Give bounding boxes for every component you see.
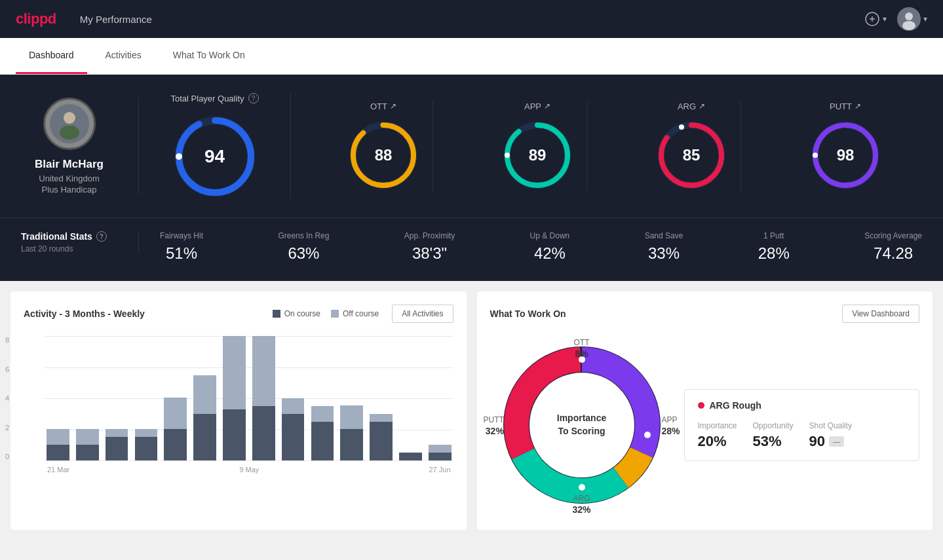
trend-icon-arg: ↗ [699, 102, 705, 111]
trad-help-icon[interactable]: ? [96, 231, 107, 242]
logo[interactable]: clippd [16, 10, 56, 28]
legend-off-course: Off course [331, 309, 379, 318]
off-course-dot [331, 310, 339, 318]
tab-dashboard[interactable]: Dashboard [16, 38, 87, 74]
stats-row: Traditional Stats ? Last 20 rounds Fairw… [0, 217, 943, 281]
bar-off-course [223, 336, 246, 409]
category-scores: OTT ↗ 88 APP ↗ [291, 102, 922, 191]
seg-label-app: APP 28% [661, 413, 680, 437]
tabs-bar: Dashboard Activities What To Work On [0, 38, 943, 75]
bar-off-course [193, 375, 216, 414]
stat-fairways-hit: Fairways Hit 51% [160, 231, 203, 263]
hero-section: Blair McHarg United Kingdom Plus Handica… [0, 75, 943, 217]
activity-chart-card: Activity - 3 Months - Weekly On course O… [10, 291, 467, 530]
chart-wrapper: 8 6 4 2 0 21 Mar 9 May 27 Jun [24, 336, 453, 474]
chart-bars [45, 336, 453, 460]
cat-score-arg: ARG ↗ 85 [642, 102, 741, 191]
what-to-work-on-card: What To Work On View Dashboard [477, 291, 933, 530]
stat-one-putt: 1 Putt 28% [758, 231, 790, 263]
bar-off-course [76, 429, 99, 445]
view-dashboard-button[interactable]: View Dashboard [842, 305, 919, 323]
header-title: My Performance [80, 14, 152, 25]
header-left: clippd My Performance [16, 10, 152, 28]
cat-label-app: APP ↗ [524, 102, 550, 111]
svg-point-4 [905, 12, 913, 20]
y-label-8: 8 [5, 336, 9, 344]
bar-off-course [429, 445, 452, 453]
tab-activities[interactable]: Activities [92, 38, 155, 74]
donut-chart: ImportanceTo Scoring OTT 8% APP 28% ARG … [490, 333, 674, 517]
header-right: ▾ ▾ [864, 7, 927, 31]
activity-header: Activity - 3 Months - Weekly On course O… [24, 305, 453, 323]
bar-off-course [311, 406, 334, 422]
bar-group [162, 336, 189, 460]
bar-group [132, 336, 159, 460]
y-label-6: 6 [5, 365, 9, 373]
bar-group [250, 336, 277, 460]
help-icon[interactable]: ? [248, 93, 259, 103]
bar-on-course [311, 422, 334, 460]
shot-quality-badge: — [829, 436, 844, 447]
svg-point-30 [644, 432, 651, 438]
cat-score-app: APP ↗ 89 [488, 102, 587, 191]
stat-app-proximity: App. Proximity 38'3" [404, 231, 455, 263]
add-button[interactable]: ▾ [864, 11, 887, 27]
cat-score-ott: OTT ↗ 88 [334, 102, 433, 191]
y-label-4: 4 [5, 394, 9, 402]
chevron-down-icon: ▾ [883, 14, 887, 24]
bar-on-course [47, 445, 69, 460]
wtwo-content: ImportanceTo Scoring OTT 8% APP 28% ARG … [490, 333, 920, 517]
bar-on-course [223, 409, 246, 460]
on-course-dot [273, 310, 280, 318]
bar-on-course [399, 453, 422, 460]
cat-label-arg: ARG ↗ [678, 102, 705, 111]
avatar [43, 98, 96, 150]
tab-what-to-work-on[interactable]: What To Work On [160, 38, 258, 74]
chart-legend: On course Off course [273, 309, 379, 318]
bar-off-course [164, 398, 187, 429]
total-quality: Total Player Quality ? 94 [160, 93, 291, 199]
main-content: Activity - 3 Months - Weekly On course O… [0, 281, 943, 540]
bar-group [309, 336, 336, 460]
user-avatar-button[interactable]: ▾ [897, 7, 927, 31]
bar-on-course [429, 453, 452, 460]
bar-off-course [106, 429, 128, 437]
arg-ring: 85 [655, 119, 727, 191]
svg-point-7 [64, 112, 75, 124]
total-quality-value: 94 [204, 146, 225, 167]
ott-value: 88 [375, 146, 393, 164]
trend-icon-putt: ↗ [855, 102, 861, 111]
player-name: Blair McHarg [35, 158, 104, 171]
svg-point-5 [902, 21, 915, 30]
bar-off-course [282, 398, 305, 414]
avatar [897, 7, 921, 31]
donut-center-label: ImportanceTo Scoring [557, 412, 606, 438]
svg-point-31 [579, 484, 585, 491]
stat-scoring-avg: Scoring Average 74.28 [864, 231, 922, 263]
bar-on-course [76, 445, 99, 460]
bar-on-course [106, 437, 128, 460]
cat-label-putt: PUTT ↗ [830, 102, 861, 111]
ott-ring: 88 [347, 119, 419, 191]
bar-on-course [340, 429, 363, 460]
legend-on-course: On course [273, 309, 320, 318]
chart-x-labels: 21 Mar 9 May 27 Jun [45, 466, 453, 474]
bar-group [368, 336, 395, 460]
svg-rect-9 [64, 126, 75, 135]
player-handicap: Plus Handicap [42, 185, 97, 195]
bar-group [427, 336, 453, 460]
bar-off-course [340, 405, 363, 429]
bar-on-course [370, 422, 393, 460]
cat-score-putt: PUTT ↗ 98 [796, 102, 895, 191]
total-quality-label: Total Player Quality ? [171, 93, 259, 103]
bar-group [74, 336, 101, 460]
scores-section: Total Player Quality ? 94 [139, 93, 922, 199]
y-label-2: 2 [5, 424, 9, 432]
bar-group [104, 336, 130, 460]
metric-shot-quality: Shot Quality 90 — [809, 421, 852, 450]
bar-group [280, 336, 307, 460]
all-activities-button[interactable]: All Activities [392, 305, 453, 323]
x-label-jun: 27 Jun [429, 466, 450, 474]
putt-value: 98 [837, 146, 855, 164]
bar-group [338, 336, 365, 460]
